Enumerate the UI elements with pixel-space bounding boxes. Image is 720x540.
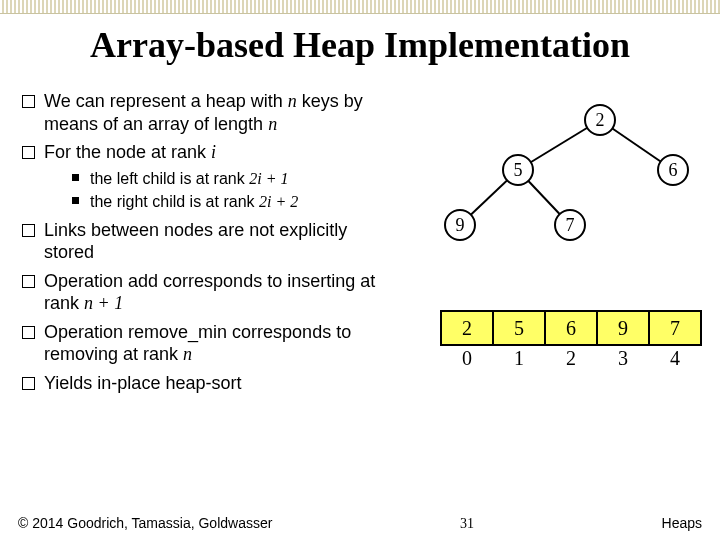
array-index: 3 bbox=[597, 345, 649, 371]
array-index: 0 bbox=[441, 345, 493, 371]
formula: 2i + 1 bbox=[249, 170, 288, 187]
array-cell: 2 bbox=[441, 311, 493, 345]
array-index: 4 bbox=[649, 345, 701, 371]
array-index-row: 0 1 2 3 4 bbox=[441, 345, 701, 371]
text: For the node at rank bbox=[44, 142, 211, 162]
var-n: n bbox=[288, 91, 297, 111]
text: the right child is at rank bbox=[90, 193, 259, 210]
array-cell: 7 bbox=[649, 311, 701, 345]
text: Operation remove_min corresponds to remo… bbox=[44, 322, 351, 365]
formula: 2i + 2 bbox=[259, 193, 298, 210]
var-n: n bbox=[268, 114, 277, 134]
array-cell: 9 bbox=[597, 311, 649, 345]
bullet-item: Yields in-place heap-sort bbox=[18, 372, 398, 395]
sub-bullet: the right child is at rank 2i + 2 bbox=[70, 191, 398, 213]
bullet-item: For the node at rank i the left child is… bbox=[18, 141, 398, 213]
section-label: Heaps bbox=[662, 515, 702, 531]
slide-body: We can represent a heap with n keys by m… bbox=[18, 90, 702, 504]
bullet-item: Operation add corresponds to inserting a… bbox=[18, 270, 398, 315]
array-index: 1 bbox=[493, 345, 545, 371]
slide-title: Array-based Heap Implementation bbox=[0, 24, 720, 66]
header-rule bbox=[0, 0, 720, 14]
page-number: 31 bbox=[460, 516, 474, 532]
tree-node: 5 bbox=[502, 154, 534, 186]
tree-node: 6 bbox=[657, 154, 689, 186]
copyright-text: © 2014 Goodrich, Tamassia, Goldwasser bbox=[18, 515, 272, 531]
bullet-list: We can represent a heap with n keys by m… bbox=[18, 90, 398, 400]
text: We can represent a heap with bbox=[44, 91, 288, 111]
array-cell: 6 bbox=[545, 311, 597, 345]
text: the left child is at rank bbox=[90, 170, 249, 187]
tree-node-root: 2 bbox=[584, 104, 616, 136]
bullet-item: Links between nodes are not explicitly s… bbox=[18, 219, 398, 264]
bullet-item: We can represent a heap with n keys by m… bbox=[18, 90, 398, 135]
array-index: 2 bbox=[545, 345, 597, 371]
heap-array-table: 2 5 6 9 7 0 1 2 3 4 bbox=[440, 310, 702, 371]
tree-node: 7 bbox=[554, 209, 586, 241]
array-cell: 5 bbox=[493, 311, 545, 345]
var-i: i bbox=[211, 142, 216, 162]
tree-node: 9 bbox=[444, 209, 476, 241]
array-values-row: 2 5 6 9 7 bbox=[441, 311, 701, 345]
formula: n + 1 bbox=[84, 293, 123, 313]
slide-footer: © 2014 Goodrich, Tamassia, Goldwasser 31… bbox=[18, 515, 702, 532]
tree-edges bbox=[418, 90, 702, 270]
heap-tree-diagram: 2 5 6 9 7 bbox=[418, 90, 702, 270]
sub-bullet: the left child is at rank 2i + 1 bbox=[70, 168, 398, 190]
bullet-item: Operation remove_min corresponds to remo… bbox=[18, 321, 398, 366]
var-n: n bbox=[183, 344, 192, 364]
